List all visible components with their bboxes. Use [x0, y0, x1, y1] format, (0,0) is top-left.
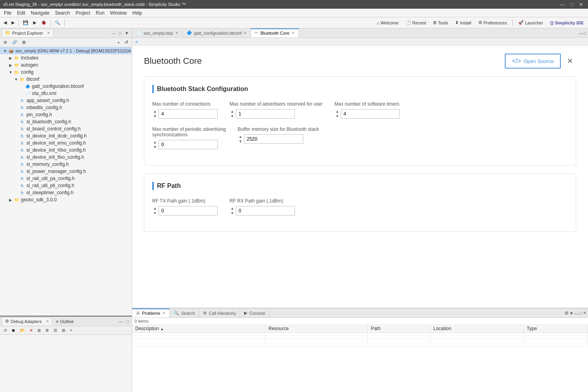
save-button[interactable]: 💾: [21, 19, 30, 26]
menu-window[interactable]: Window: [108, 9, 129, 17]
tree-item-sl-device-hfxo[interactable]: h sl_device_init_hfxo_config.h: [0, 147, 132, 154]
maximize-editor-button[interactable]: □: [584, 31, 586, 35]
menu-file[interactable]: File: [2, 9, 14, 17]
search-tool-button[interactable]: 🔍: [53, 19, 62, 26]
col-resource[interactable]: Resource: [265, 325, 368, 333]
close-debug-adapters-icon[interactable]: ✕: [46, 319, 49, 323]
menu-search[interactable]: Search: [52, 9, 72, 17]
tree-item-sl-device-dcdc[interactable]: h sl_device_init_dcdc_config.h: [0, 132, 132, 139]
tree-item-sl-power[interactable]: h sl_power_manager_config.h: [0, 168, 132, 175]
simplicity-ide-button[interactable]: {} Simplicity IDE: [547, 19, 586, 26]
debug-settings-button[interactable]: ⚙: [43, 327, 51, 334]
back-button[interactable]: ◀: [2, 19, 9, 26]
project-tree-container[interactable]: ▼ 📦 soc_empty [GNU ARM v7.2.1 - Debug] […: [0, 47, 132, 316]
tree-toggle-btconf[interactable]: ▼: [13, 77, 19, 82]
close-bottom-panel-button[interactable]: ✕: [583, 310, 586, 316]
tree-item-includes[interactable]: ▶ 📁 Includes: [0, 54, 132, 61]
max-advertisers-down-button[interactable]: ▼: [230, 114, 235, 119]
debug-stop-button[interactable]: ⏹: [9, 327, 17, 334]
tab-project-explorer[interactable]: 📁 Project Explorer ✕: [2, 29, 54, 37]
col-location[interactable]: Location: [430, 325, 523, 333]
filter-problems-button[interactable]: ⊞: [565, 310, 568, 316]
col-path[interactable]: Path: [368, 325, 430, 333]
rf-tx-gain-input[interactable]: [159, 206, 218, 216]
debug-folder-button[interactable]: 📂: [18, 327, 27, 334]
close-problems-tab-button[interactable]: ✕: [162, 311, 165, 315]
buffer-memory-down-button[interactable]: ▼: [238, 139, 243, 144]
tree-toggle-config[interactable]: ▼: [8, 70, 13, 74]
recent-button[interactable]: 🕐 Recent: [403, 19, 429, 26]
minimize-editor-button[interactable]: —: [579, 31, 583, 35]
tab-bluetooth-core[interactable]: ✏ Bluetooth Core ✕: [251, 28, 299, 37]
view-menu-button[interactable]: ▼: [123, 30, 130, 36]
menu-help[interactable]: Help: [130, 9, 145, 17]
tree-item-gatt-conf[interactable]: 🔷 gatt_configuration.btconf: [0, 83, 132, 90]
tab-console[interactable]: ▶ Console: [240, 308, 269, 318]
tab-gatt-conf[interactable]: 🔷 gatt_configuration.btconf ✕: [183, 28, 251, 37]
max-connections-up-button[interactable]: ▲: [152, 109, 158, 114]
collapse-all-button[interactable]: ⊖: [2, 39, 9, 46]
tree-item-config[interactable]: ▼ 📁 config: [0, 69, 132, 76]
maximize-debug-panel-button[interactable]: □: [125, 319, 130, 324]
open-source-button[interactable]: </> Open Source: [505, 54, 561, 69]
max-timers-input[interactable]: [341, 109, 400, 119]
rf-tx-gain-down-button[interactable]: ▼: [152, 211, 158, 216]
config-close-button[interactable]: ✕: [564, 55, 576, 67]
tab-search[interactable]: 🔍 Search: [170, 308, 199, 318]
close-window-button[interactable]: ✕: [577, 2, 585, 7]
debug-refresh-button[interactable]: ↺: [2, 327, 9, 334]
minimize-debug-panel-button[interactable]: —: [118, 319, 124, 324]
max-timers-down-button[interactable]: ▼: [334, 114, 340, 119]
max-timers-up-button[interactable]: ▲: [334, 109, 340, 114]
debug-grid-button[interactable]: ⊞: [60, 327, 67, 334]
tree-item-sl-bluetooth[interactable]: h sl_bluetooth_config.h: [0, 118, 132, 125]
maximize-bottom-panel-button[interactable]: □: [579, 311, 582, 316]
menu-project[interactable]: Project: [73, 9, 92, 17]
max-periodic-sync-input[interactable]: [159, 140, 218, 149]
debug-add-button[interactable]: +: [68, 327, 74, 334]
close-slcp-tab-button[interactable]: ✕: [175, 31, 178, 35]
debug-button[interactable]: 🐞: [39, 19, 49, 26]
debug-delete-button[interactable]: ✕: [28, 327, 35, 334]
max-periodic-sync-down-button[interactable]: ▼: [152, 145, 158, 149]
debug-toggle-button[interactable]: ⊞: [35, 327, 43, 334]
rf-rx-gain-up-button[interactable]: ▲: [230, 206, 235, 211]
buffer-memory-up-button[interactable]: ▲: [238, 134, 243, 139]
tree-toggle-includes[interactable]: ▶: [8, 56, 13, 60]
tree-item-sl-rail-pti[interactable]: h sl_rail_util_pti_config.h: [0, 182, 132, 189]
max-advertisers-input[interactable]: [236, 109, 295, 119]
buffer-memory-input[interactable]: [244, 134, 303, 144]
tab-call-hierarchy[interactable]: ⊕ Call Hierarchy: [199, 308, 240, 318]
refresh-button[interactable]: ↺: [123, 39, 130, 46]
max-advertisers-up-button[interactable]: ▲: [230, 109, 235, 114]
rf-tx-gain-up-button[interactable]: ▲: [152, 206, 158, 211]
tree-toggle-project[interactable]: ▼: [2, 49, 8, 53]
tree-toggle-gecko-sdk[interactable]: ▶: [8, 198, 13, 202]
minimize-bottom-panel-button[interactable]: —: [574, 311, 579, 316]
tree-item-sl-memory[interactable]: h sl_memory_config.h: [0, 161, 132, 168]
max-connections-down-button[interactable]: ▼: [152, 114, 158, 119]
debug-list-button[interactable]: ☰: [52, 327, 59, 334]
menu-navigate[interactable]: Navigate: [28, 9, 52, 17]
tab-outline[interactable]: ≡ Outline: [52, 318, 77, 325]
tree-toggle-autogen[interactable]: ▶: [8, 63, 13, 67]
rf-rx-gain-down-button[interactable]: ▼: [230, 211, 235, 216]
forward-button[interactable]: ▶: [9, 19, 17, 26]
preferences-button[interactable]: ⚙ Preferences: [476, 19, 510, 26]
tree-item-autogen[interactable]: ▶ 📁 autogen: [0, 61, 132, 69]
tree-item-sl-sleeptimer[interactable]: h sl_sleeptimer_config.h: [0, 189, 132, 196]
tree-item-btconf[interactable]: ▼ 📁 btconf: [0, 76, 132, 83]
install-button[interactable]: ⬇ Install: [452, 19, 474, 26]
close-bluetooth-core-tab-button[interactable]: ✕: [291, 31, 295, 35]
tab-problems[interactable]: ⚠ Problems ✕: [132, 308, 170, 318]
col-description[interactable]: Description ▲: [132, 325, 265, 333]
tree-item-gecko-sdk[interactable]: ▶ 📁 gecko_sdk_3.0.0: [0, 196, 132, 203]
tree-item-sl-device-emu[interactable]: h sl_device_init_emu_config.h: [0, 139, 132, 147]
minimize-left-panel-button[interactable]: —: [110, 30, 117, 36]
close-btconf-tab-button[interactable]: ✕: [243, 31, 246, 35]
welcome-button[interactable]: ⌂ Welcome: [374, 19, 401, 26]
filter-button[interactable]: ⊞: [20, 39, 28, 46]
tree-item-app-assert[interactable]: h app_assert_config.h: [0, 97, 132, 104]
max-connections-input[interactable]: [159, 109, 218, 119]
problems-menu-button[interactable]: ▼: [569, 311, 573, 316]
